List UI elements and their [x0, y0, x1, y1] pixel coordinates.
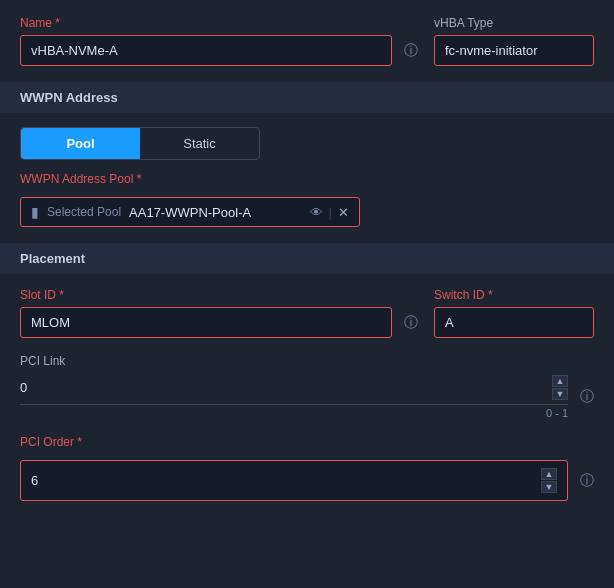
toggle-group[interactable]: Pool Static — [20, 127, 260, 160]
switch-id-required: * — [488, 288, 493, 302]
pci-link-info-icon: ⓘ — [580, 388, 594, 406]
pci-link-spinner-field: ▲ ▼ — [20, 375, 568, 405]
pci-order-input-row: ▲ ▼ ⓘ — [20, 460, 594, 501]
pci-link-label: PCI Link — [20, 354, 65, 368]
toggle-row: Pool Static — [20, 127, 594, 160]
wwpn-section-header: WWPN Address — [0, 82, 614, 113]
pci-order-required: * — [77, 435, 82, 449]
wwpn-pool-label-text: WWPN Address Pool — [20, 172, 133, 186]
vhba-type-field-group: vHBA Type fc-nvme-initiator — [434, 16, 594, 66]
static-toggle-btn[interactable]: Static — [140, 128, 259, 159]
name-input[interactable] — [31, 43, 381, 58]
pci-order-up-btn[interactable]: ▲ — [541, 468, 557, 480]
slot-id-info-icon: ⓘ — [404, 314, 418, 332]
wwpn-section-title: WWPN Address — [20, 90, 118, 105]
slot-switch-row: Slot ID * ⓘ Switch ID * — [20, 288, 594, 338]
wwpn-pool-label: WWPN Address Pool * — [20, 172, 141, 186]
pool-prefix: Selected Pool — [47, 205, 121, 219]
switch-id-label-text: Switch ID — [434, 288, 485, 302]
vhba-type-input-box: fc-nvme-initiator — [434, 35, 594, 66]
slot-id-input[interactable] — [31, 315, 381, 330]
name-field-group: Name * ⓘ — [20, 16, 418, 66]
pci-order-row: PCI Order * ▲ ▼ ⓘ — [20, 435, 594, 501]
pci-link-down-btn[interactable]: ▼ — [552, 388, 568, 400]
wwpn-pool-row: WWPN Address Pool * ▮ Selected Pool AA17… — [20, 172, 594, 227]
pci-order-label-text: PCI Order — [20, 435, 74, 449]
switch-id-label: Switch ID * — [434, 288, 594, 302]
pool-actions: 👁 | ✕ — [310, 205, 349, 220]
name-vhba-row: Name * ⓘ vHBA Type fc-nvme-initiator — [20, 16, 594, 66]
slot-id-label: Slot ID * — [20, 288, 418, 302]
slot-id-input-row: ⓘ — [20, 307, 418, 338]
name-input-row: ⓘ — [20, 35, 418, 66]
wwpn-pool-required: * — [137, 172, 142, 186]
pci-order-info-icon: ⓘ — [580, 472, 594, 490]
switch-id-input-box[interactable] — [434, 307, 594, 338]
placement-section-title: Placement — [20, 251, 85, 266]
pci-order-input[interactable] — [31, 473, 541, 488]
slot-id-field-group: Slot ID * ⓘ — [20, 288, 418, 338]
placement-section-header: Placement — [0, 243, 614, 274]
switch-id-field-group: Switch ID * — [434, 288, 594, 338]
name-required-star: * — [55, 16, 60, 30]
pool-divider: | — [329, 205, 332, 220]
pci-link-up-btn[interactable]: ▲ — [552, 375, 568, 387]
pool-close-btn[interactable]: ✕ — [338, 205, 349, 220]
pci-link-spinner-input: ▲ ▼ 0 - 1 — [20, 375, 568, 419]
name-input-box[interactable] — [20, 35, 392, 66]
pool-eye-icon[interactable]: 👁 — [310, 205, 323, 220]
pci-order-label: PCI Order * — [20, 435, 82, 449]
switch-id-input[interactable] — [445, 315, 583, 330]
pool-value: AA17-WWPN-Pool-A — [129, 205, 302, 220]
name-label-text: Name — [20, 16, 52, 30]
name-label: Name * — [20, 16, 418, 30]
pool-icon: ▮ — [31, 204, 39, 220]
pci-link-arrows: ▲ ▼ — [552, 375, 568, 400]
vhba-type-value: fc-nvme-initiator — [445, 43, 537, 58]
pci-link-row: PCI Link ▲ ▼ 0 - 1 ⓘ — [20, 354, 594, 419]
pci-order-down-btn[interactable]: ▼ — [541, 481, 557, 493]
pci-link-input[interactable] — [20, 380, 552, 395]
slot-id-required: * — [59, 288, 64, 302]
wwpn-pool-field[interactable]: ▮ Selected Pool AA17-WWPN-Pool-A 👁 | ✕ — [20, 197, 360, 227]
pool-toggle-btn[interactable]: Pool — [21, 128, 140, 159]
form-container: Name * ⓘ vHBA Type fc-nvme-initiator WWP… — [0, 0, 614, 533]
name-info-icon: ⓘ — [404, 42, 418, 60]
pci-link-range: 0 - 1 — [20, 407, 568, 419]
slot-id-label-text: Slot ID — [20, 288, 56, 302]
pci-order-input-box[interactable]: ▲ ▼ — [20, 460, 568, 501]
vhba-type-label: vHBA Type — [434, 16, 594, 30]
pci-link-input-row: ▲ ▼ 0 - 1 ⓘ — [20, 375, 594, 419]
pci-order-arrows: ▲ ▼ — [541, 468, 557, 493]
slot-id-input-box[interactable] — [20, 307, 392, 338]
